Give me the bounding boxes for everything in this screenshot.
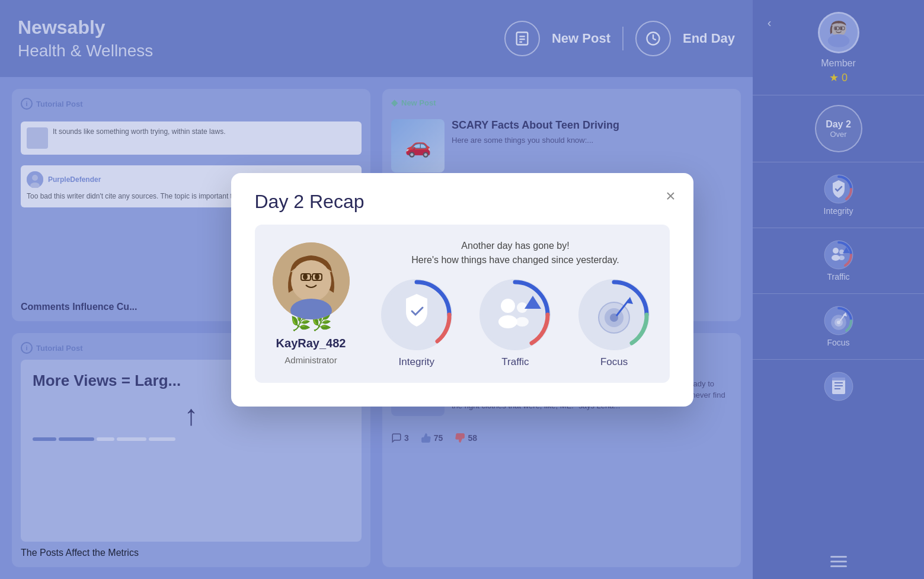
modal-user-section: 🌿🌿 KayRay_482 Administrator	[267, 236, 356, 371]
day-recap-modal: Day 2 Recap ×	[231, 173, 693, 407]
modal-metrics: Integrity	[373, 279, 658, 368]
modal-close-button[interactable]: ×	[666, 188, 675, 204]
svg-point-49	[516, 317, 529, 327]
modal-metrics-section: Another day has gone by! Here's how thin…	[373, 236, 658, 371]
modal-subtitle: Another day has gone by! Here's how thin…	[373, 239, 658, 267]
modal-integrity-item: Integrity	[381, 279, 452, 368]
modal-role: Administrator	[284, 355, 337, 365]
modal-username: KayRay_482	[276, 337, 346, 350]
focus-metric-label: Focus	[600, 356, 628, 368]
svg-point-37	[291, 260, 331, 302]
traffic-circle	[479, 279, 551, 350]
integrity-circle	[381, 279, 452, 350]
modal-overlay: Day 2 Recap ×	[0, 0, 924, 579]
integrity-metric-label: Integrity	[399, 356, 434, 368]
modal-body: 🌿🌿 KayRay_482 Administrator Another day …	[255, 225, 670, 383]
modal-traffic-item: Traffic	[479, 279, 551, 368]
modal-avatar	[273, 242, 350, 319]
focus-circle	[578, 279, 650, 350]
svg-point-39	[315, 274, 319, 280]
modal-focus-item: Focus	[578, 279, 650, 368]
svg-point-46	[501, 299, 515, 313]
svg-point-47	[498, 315, 517, 328]
svg-point-38	[303, 274, 308, 280]
traffic-metric-label: Traffic	[501, 356, 529, 368]
modal-title: Day 2 Recap	[255, 191, 670, 213]
